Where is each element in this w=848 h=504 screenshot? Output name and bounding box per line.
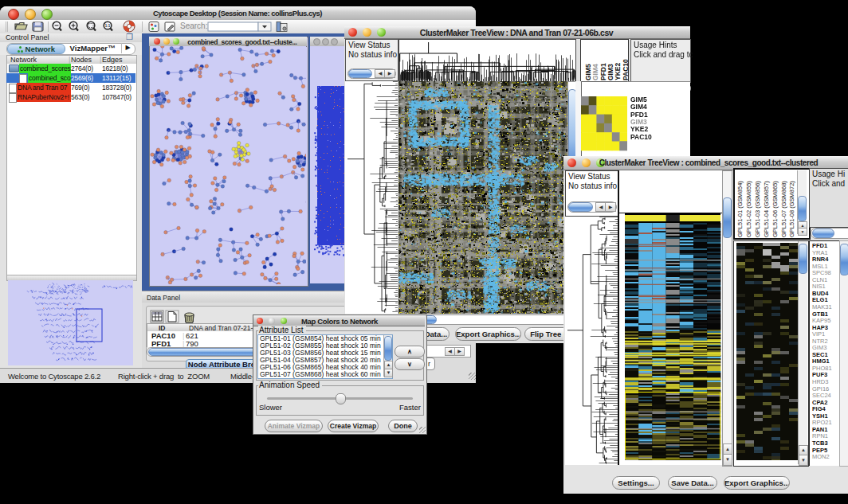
svg-text:Search:: Search: [180, 21, 207, 30]
svg-text:1:1: 1:1 [105, 24, 111, 28]
